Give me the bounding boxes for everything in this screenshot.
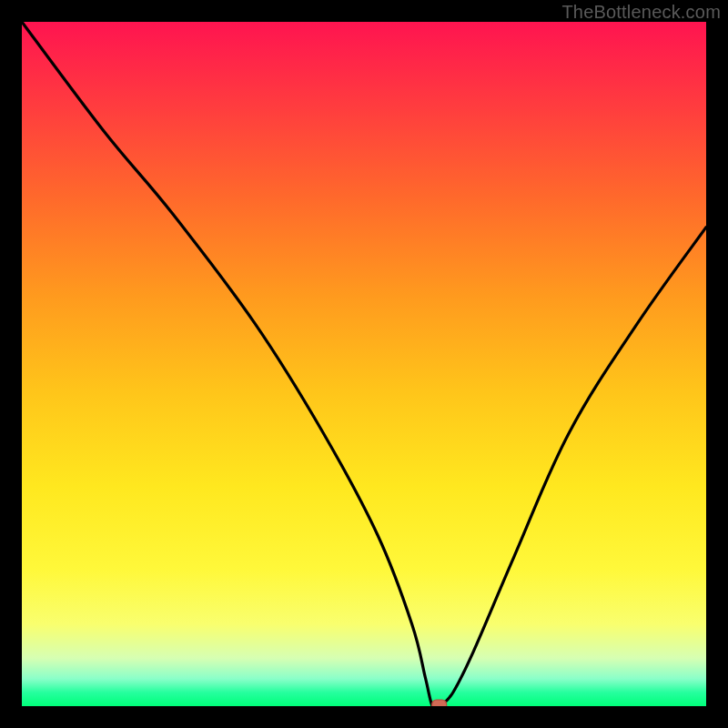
plot-area bbox=[22, 22, 706, 706]
chart-frame: TheBottleneck.com bbox=[0, 0, 728, 728]
optimum-marker bbox=[432, 700, 447, 706]
curve-svg bbox=[22, 22, 706, 706]
bottleneck-curve-path bbox=[22, 22, 706, 706]
watermark-text: TheBottleneck.com bbox=[561, 2, 721, 23]
